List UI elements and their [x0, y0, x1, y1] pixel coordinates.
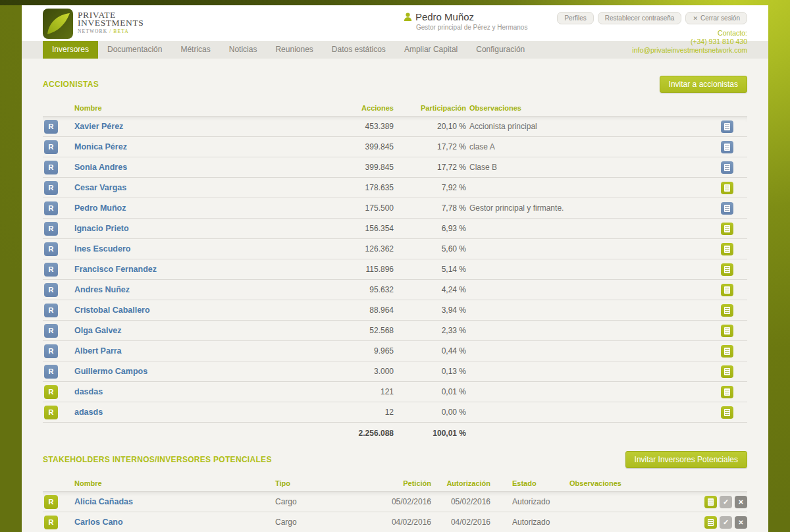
observations-text: Gestor principal y firmante. [469, 203, 721, 213]
details-document-button[interactable] [721, 120, 733, 133]
stakeholders-title: STAKEHOLDERS INTERNOS/INVERSORES POTENCI… [43, 455, 272, 464]
brand-wordmark: PRIVATE INVESTMENTS NETWORK / BETA [78, 9, 144, 41]
remove-button[interactable]: ✕ [735, 496, 747, 508]
participation-value: 6,93 % [394, 224, 466, 233]
tab-noticias[interactable]: Noticias [220, 41, 267, 59]
details-document-button[interactable] [721, 406, 733, 419]
col-nombre: Nombre [74, 104, 318, 112]
request-date: 05/02/2016 [387, 497, 431, 506]
details-document-button[interactable] [721, 202, 733, 215]
registered-badge: R [44, 140, 58, 154]
stakeholder-name-link[interactable]: Carlos Cano [74, 518, 259, 527]
observations-text: clase A [469, 142, 721, 151]
observations-text: Accionista principal [469, 122, 721, 131]
shareholder-name-link[interactable]: Xavier Pérez [74, 122, 318, 131]
details-document-button[interactable] [721, 365, 733, 378]
participation-value: 4,24 % [394, 285, 466, 294]
remove-button[interactable]: ✕ [735, 516, 747, 529]
registered-badge: R [44, 161, 58, 174]
participation-value: 5,14 % [394, 265, 466, 274]
shareholder-name-link[interactable]: adasds [74, 408, 318, 417]
shares-value: 399.845 [318, 142, 394, 151]
user-identity: Pedro Muñoz Gestor principal de Pérez y … [404, 12, 528, 41]
shareholder-name-link[interactable]: Albert Parra [74, 346, 318, 356]
document-icon [724, 225, 730, 232]
shareholder-name-link[interactable]: Guillermo Campos [74, 367, 318, 376]
type-value: Cargo [275, 518, 387, 527]
shareholder-name-link[interactable]: Cristobal Caballero [74, 306, 318, 315]
details-document-button[interactable] [721, 345, 733, 358]
details-document-button[interactable] [721, 386, 733, 398]
details-document-button[interactable] [721, 284, 733, 296]
participation-value: 2,33 % [394, 326, 466, 335]
registered-badge: R [44, 201, 58, 215]
tab-documentacion[interactable]: Documentación [98, 41, 171, 59]
details-document-button[interactable] [721, 304, 733, 317]
shares-value: 175.500 [318, 203, 394, 213]
tab-datos-estaticos[interactable]: Datos estáticos [323, 41, 395, 59]
scol-peticion: Petición [387, 479, 431, 487]
perfiles-button[interactable]: Perfiles [557, 12, 593, 24]
tab-metricas[interactable]: Métricas [171, 41, 219, 59]
document-icon [724, 286, 730, 294]
shareholder-name-link[interactable]: Francisco Fernandez [74, 265, 318, 274]
main-content: ACCIONISTAS Invitar a accionistas Nombre… [22, 59, 768, 532]
shareholder-name-link[interactable]: Olga Galvez [74, 326, 318, 335]
approve-button[interactable]: ✓ [720, 516, 732, 529]
registered-badge: R [44, 385, 58, 399]
details-document-button[interactable] [721, 243, 733, 255]
details-document-button[interactable] [721, 161, 733, 174]
participation-value: 17,72 % [394, 163, 466, 172]
reset-password-button[interactable]: Restablecer contraseña [598, 12, 682, 24]
col-participacion: Participación [394, 104, 466, 112]
shares-value: 3.000 [318, 367, 394, 376]
document-icon [724, 327, 730, 334]
details-document-button[interactable] [721, 182, 733, 194]
document-icon [724, 307, 730, 314]
stakeholder-row: R Alicia Cañadas Cargo 05/02/2016 05/02/… [43, 492, 747, 512]
stakeholder-name-link[interactable]: Alicia Cañadas [74, 497, 259, 506]
document-icon [724, 205, 730, 212]
details-document-button[interactable] [721, 263, 733, 276]
app-header: PRIVATE INVESTMENTS NETWORK / BETA Pedro… [22, 5, 768, 41]
shareholder-name-link[interactable]: Pedro Muñoz [74, 203, 318, 213]
tab-configuracion[interactable]: Configuración [467, 41, 534, 59]
approve-button[interactable]: ✓ [720, 496, 732, 508]
contact-label: Contacto: [557, 29, 747, 38]
shareholder-name-link[interactable]: Ines Escudero [74, 244, 318, 253]
col-observaciones: Observaciones [469, 104, 721, 112]
tab-reuniones[interactable]: Reuniones [266, 41, 322, 59]
shareholder-name-link[interactable]: Ignacio Prieto [74, 224, 318, 233]
shareholder-row: R Monica Pérez 399.845 17,72 % clase A [43, 137, 747, 157]
stakeholders-table-header: Nombre Tipo Petición Autorización Estado… [43, 467, 747, 491]
contact-email-link[interactable]: info@privateinvestmentsnetwork.com [632, 46, 747, 54]
details-document-button[interactable] [704, 496, 717, 508]
participation-value: 0,44 % [394, 346, 466, 356]
registered-badge: R [44, 222, 58, 236]
shareholder-name-link[interactable]: Monica Pérez [74, 142, 318, 151]
scol-estado: Estado [512, 479, 565, 487]
shareholder-name-link[interactable]: Cesar Vargas [74, 183, 318, 192]
document-icon [724, 266, 730, 273]
invite-potential-investors-button[interactable]: Invitar Inversores Potenciales [625, 451, 747, 468]
document-icon [724, 164, 730, 171]
registered-badge: R [44, 242, 58, 256]
user-role: Gestor principal de Pérez y Hermanos [416, 22, 528, 32]
shareholder-name-link[interactable]: dasdas [74, 387, 318, 396]
details-document-button[interactable] [721, 325, 733, 337]
stakeholders-section-header: STAKEHOLDERS INTERNOS/INVERSORES POTENCI… [43, 452, 747, 467]
invite-shareholders-button[interactable]: Invitar a accionistas [660, 76, 747, 93]
shareholder-row: R Ignacio Prieto 156.354 6,93 % [43, 219, 747, 239]
shareholder-row: R Albert Parra 9.965 0,44 % [43, 341, 747, 361]
details-document-button[interactable] [704, 516, 717, 529]
shareholder-row: R Cesar Vargas 178.635 7,92 % [43, 178, 747, 198]
shareholder-row: R Andres Nuñez 95.632 4,24 % [43, 280, 747, 300]
details-document-button[interactable] [721, 141, 733, 153]
logout-button[interactable]: ✕Cerrar sesión [685, 12, 747, 24]
details-document-button[interactable] [721, 223, 733, 235]
brand-leaf-icon [43, 9, 73, 39]
shareholder-name-link[interactable]: Sonia Andres [74, 163, 318, 172]
tab-inversores[interactable]: Inversores [43, 41, 98, 59]
shareholder-name-link[interactable]: Andres Nuñez [74, 285, 318, 294]
tab-ampliar-capital[interactable]: Ampliar Capital [395, 41, 467, 59]
